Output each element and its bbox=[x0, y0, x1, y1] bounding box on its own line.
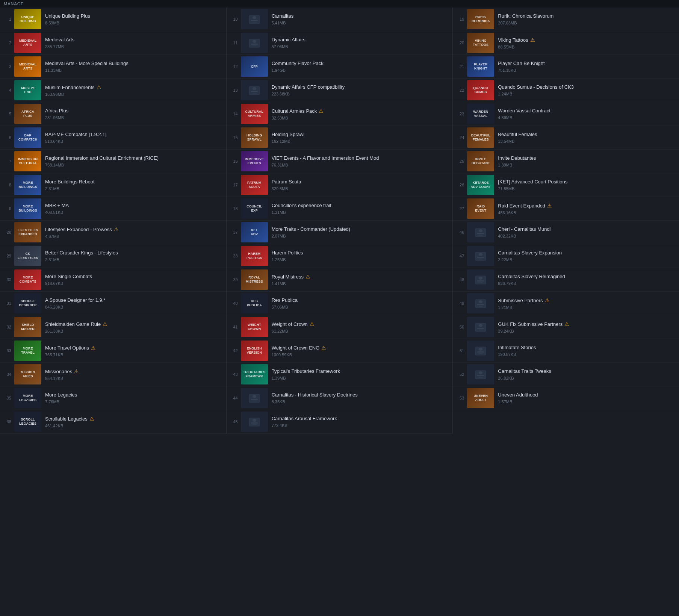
mod-item[interactable]: 34 MISSION ARIES Missionaries⚠ 554.12KB bbox=[0, 363, 226, 386]
mod-item[interactable]: 42 ENGLISH VERSION Weight of Crown ENG⚠ … bbox=[227, 339, 453, 363]
mod-item[interactable]: 13 Dynamic Affairs CFP compatibility 223… bbox=[227, 79, 453, 102]
mod-thumb: KETAROS ADV COURT bbox=[467, 175, 494, 195]
mod-item[interactable]: 35 MORE LEGACIES More Legacies 7.76MB bbox=[0, 386, 226, 410]
svg-rect-39 bbox=[478, 330, 483, 330]
mod-item[interactable]: 1 UNIQUE BUILDING Unique Building Plus 8… bbox=[0, 8, 226, 31]
mod-info: Cheri - Carnalitas Mundi 402.32KB bbox=[498, 226, 676, 238]
mod-item[interactable]: 5 AFRICA PLUS Africa Plus 231.96MB bbox=[0, 102, 226, 126]
mod-item[interactable]: 9 MORE BUILDINGS MBR + MA 408.51KB bbox=[0, 197, 226, 221]
mod-item[interactable]: 23 WARDEN VASSAL Warden Vassal Contract … bbox=[453, 102, 679, 126]
mod-item[interactable]: 15 HOLDING SPRAWL Holding Sprawl 162.12M… bbox=[227, 126, 453, 150]
mod-thumb: CK LIFESTYLES bbox=[14, 246, 41, 266]
mod-size: 4.67MB bbox=[45, 234, 223, 239]
mod-number: 27 bbox=[456, 206, 464, 211]
mod-item[interactable]: 51 Intimatate Stories 190.87KB bbox=[453, 339, 679, 363]
mod-item[interactable]: 40 RES PUBLICA Res Publica 57.06MB bbox=[227, 292, 453, 315]
mod-item[interactable]: 10 Carnalitas 5.41MB bbox=[227, 8, 453, 31]
mod-item[interactable]: 46 Cheri - Carnalitas Mundi 402.32KB bbox=[453, 221, 679, 244]
mod-item[interactable]: 37 KET ADV More Traits - Commander (Upda… bbox=[227, 221, 453, 244]
mod-item[interactable]: 52 Carnalitas Traits Tweaks 26.02KB bbox=[453, 363, 679, 386]
mod-size: 1009.59KB bbox=[272, 353, 450, 357]
mod-info: Cultural Armies Pack⚠ 32.53MB bbox=[272, 107, 450, 120]
mod-item[interactable]: 4 MUSLIM ENH Muslim Enhancements⚠ 153.96… bbox=[0, 79, 226, 102]
mod-size: 71.55MB bbox=[498, 186, 676, 191]
mod-info: Carnalitas - Historical Slavery Doctrine… bbox=[272, 392, 450, 404]
mod-info: Africa Plus 231.96MB bbox=[45, 108, 223, 120]
mod-info: More Legacies 7.76MB bbox=[45, 392, 223, 404]
mod-item[interactable]: 53 UNEVEN ADULT Uneven Adulthood 1.57MB bbox=[453, 386, 679, 410]
mod-name: Beautiful Females bbox=[498, 132, 676, 138]
mod-info: [KET] Advanced Court Positions 71.55MB bbox=[498, 179, 676, 191]
svg-point-45 bbox=[479, 371, 482, 374]
mod-thumb: UNEVEN ADULT bbox=[467, 388, 494, 408]
warning-icon: ⚠ bbox=[319, 108, 324, 114]
mod-thumb: COUNCIL EXP bbox=[241, 198, 268, 219]
mod-item[interactable]: 41 WEIGHT CROWN Weight of Crown⚠ 61.22MB bbox=[227, 315, 453, 339]
mod-item[interactable]: 6 BAP COMPATCH BAP-ME Compatch [1.9.2.1]… bbox=[0, 126, 226, 150]
mod-number: 10 bbox=[230, 17, 238, 21]
mod-item[interactable]: 17 PATRUM SCUTA Patrum Scuta 329.5MB bbox=[227, 173, 453, 197]
mod-size: 772.4KB bbox=[272, 423, 450, 428]
mod-item[interactable]: 48 Carnalitas Slavery Reimagined 836.79K… bbox=[453, 268, 679, 292]
mod-item[interactable]: 29 CK LIFESTYLES Better Crusader Kings -… bbox=[0, 244, 226, 268]
mod-item[interactable]: 19 RURIK CHRONICA Rurik: Chronica Slavor… bbox=[453, 8, 679, 31]
mod-info: Carnalitas 5.41MB bbox=[272, 13, 450, 25]
mod-thumb: TRIBUTARIES FRAMEWK bbox=[241, 364, 268, 384]
mod-thumb: WEIGHT CROWN bbox=[241, 317, 268, 337]
mod-item[interactable]: 11 Dynamic Affairs 57.06MB bbox=[227, 31, 453, 55]
mod-item[interactable]: 50 GUK Fix Submissive Partners⚠ 39.24KB bbox=[453, 315, 679, 339]
mod-item[interactable]: 18 COUNCIL EXP Councillor's experience t… bbox=[227, 197, 453, 221]
mod-item[interactable]: 45 Carnalitas Arousal Framework 772.4KB bbox=[227, 410, 453, 434]
mod-info: Patrum Scuta 329.5MB bbox=[272, 179, 450, 191]
mod-item[interactable]: 39 ROYAL MISTRESS Royal Mistress⚠ 1.41MB bbox=[227, 268, 453, 292]
mod-item[interactable]: 38 HAREM POLITICS Harem Politics 1.25MB bbox=[227, 244, 453, 268]
mod-item[interactable]: 27 RAID EVENT Raid Event Expanded⚠ 456.1… bbox=[453, 197, 679, 221]
svg-point-41 bbox=[479, 348, 482, 351]
mod-item[interactable]: 8 MORE BUILDINGS More Buildings Reboot 2… bbox=[0, 173, 226, 197]
mod-item[interactable]: 33 MORE TRAVEL More Travel Options⚠ 765.… bbox=[0, 339, 226, 363]
svg-rect-35 bbox=[478, 306, 483, 307]
mod-item[interactable]: 31 SPOUSE DESIGNER A Spouse Designer for… bbox=[0, 292, 226, 315]
mod-info: Invite Debutantes 1.39MB bbox=[498, 155, 676, 167]
mod-item[interactable]: 20 VIKING TATTOOS Viking Tattoos⚠ 88.55M… bbox=[453, 31, 679, 55]
mod-info: More Buildings Reboot 2.31MB bbox=[45, 179, 223, 191]
mod-number: 45 bbox=[230, 419, 238, 424]
mod-name: Scrollable Legacies⚠ bbox=[45, 415, 223, 422]
mod-info: Submissive Partners⚠ 1.21MB bbox=[498, 297, 676, 310]
mod-item[interactable]: 30 MORE COMBATS More Single Combats 918.… bbox=[0, 268, 226, 292]
svg-rect-10 bbox=[251, 91, 258, 92]
mod-info: Carnalitas Slavery Expansion 2.22MB bbox=[498, 250, 676, 262]
mod-thumb: ROYAL MISTRESS bbox=[241, 269, 268, 290]
mod-item[interactable]: 43 TRIBUTARIES FRAMEWK Typical's Tributa… bbox=[227, 363, 453, 386]
mod-size: 162.12MB bbox=[272, 139, 450, 144]
mod-info: Player Can Be Knight 751.18KB bbox=[498, 61, 676, 73]
mod-name: More Legacies bbox=[45, 392, 223, 398]
mod-item[interactable]: 28 LIFESTYLES EXPANDED Lifestyles Expand… bbox=[0, 221, 226, 244]
mod-number: 8 bbox=[3, 183, 11, 187]
mod-item[interactable]: 36 SCROLL LEGACIES Scrollable Legacies⚠ … bbox=[0, 410, 226, 434]
mod-info: Uneven Adulthood 1.57MB bbox=[498, 392, 676, 404]
mod-size: 2.07MB bbox=[272, 234, 450, 238]
mod-info: Dynamic Affairs CFP compatibility 223.68… bbox=[272, 84, 450, 96]
mod-item[interactable]: 47 Carnalitas Slavery Expansion 2.22MB bbox=[453, 244, 679, 268]
mod-item[interactable]: 22 QUANDO SUMUS Quando Sumus - Decisions… bbox=[453, 79, 679, 102]
mod-item[interactable]: 14 CULTURAL ARMIES Cultural Armies Pack⚠… bbox=[227, 102, 453, 126]
mod-item[interactable]: 3 MEDIEVAL ARTS Medieval Arts - More Spe… bbox=[0, 55, 226, 79]
mod-item[interactable]: 16 IMMERSIVE EVENTS VIET Events - A Flav… bbox=[227, 150, 453, 173]
mod-item[interactable]: 12 CFP Community Flavor Pack 1.94GB bbox=[227, 55, 453, 79]
mod-name: Lifestyles Expanded - Prowess⚠ bbox=[45, 226, 223, 233]
mod-item[interactable]: 44 Carnalitas - Historical Slavery Doctr… bbox=[227, 386, 453, 410]
mod-number: 26 bbox=[456, 183, 464, 187]
mod-item[interactable]: 24 BEAUTIFUL FEMALES Beautiful Females 1… bbox=[453, 126, 679, 150]
mod-number: 37 bbox=[230, 230, 238, 235]
mod-item[interactable]: 7 IMMERSION CULTURAL Regional Immersion … bbox=[0, 150, 226, 173]
mod-item[interactable]: 25 INVITE DEBUTANT Invite Debutantes 1.3… bbox=[453, 150, 679, 173]
mod-info: More Travel Options⚠ 765.71KB bbox=[45, 344, 223, 357]
mod-item[interactable]: 32 SHIELD MAIDEN Shieldmaiden Game Rule⚠… bbox=[0, 315, 226, 339]
mod-info: A Spouse Designer for 1.9.* 846.28KB bbox=[45, 297, 223, 309]
mod-item[interactable]: 26 KETAROS ADV COURT [KET] Advanced Cour… bbox=[453, 173, 679, 197]
mod-size: 1.25MB bbox=[272, 257, 450, 262]
mod-item[interactable]: 49 Submissive Partners⚠ 1.21MB bbox=[453, 292, 679, 315]
mod-item[interactable]: 2 MEDIEVAL ARTS Medieval Arts 285.77MB bbox=[0, 31, 226, 55]
mod-item[interactable]: 21 PLAYER KNIGHT Player Can Be Knight 75… bbox=[453, 55, 679, 79]
